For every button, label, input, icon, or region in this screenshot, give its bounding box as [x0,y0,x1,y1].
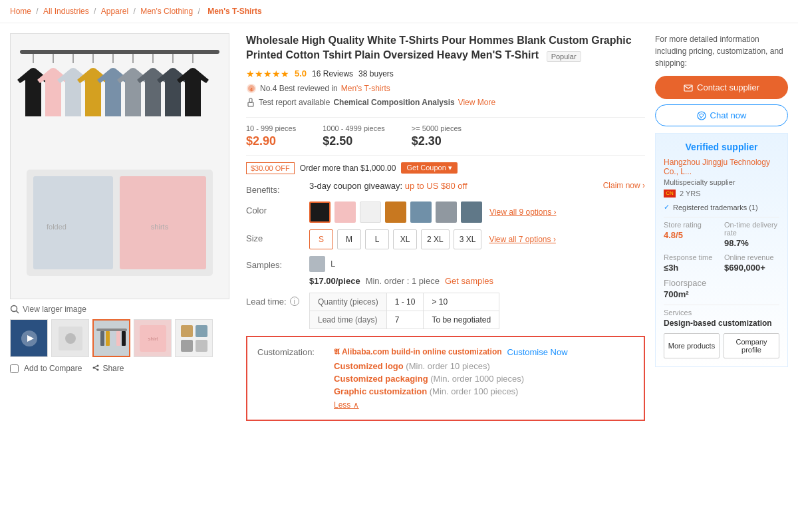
custom-item-logo: Customized logo (Min. order 10 pieces) [334,361,634,371]
color-swatch-black[interactable] [309,201,331,223]
size-btn-l[interactable]: L [365,229,389,249]
svg-line-16 [17,311,19,314]
svg-point-33 [97,369,99,371]
sample-price: $17.00/piece [309,276,360,286]
share-link[interactable]: Share [92,364,124,373]
contact-supplier-button[interactable]: Contact supplier [655,76,788,99]
stat-floorspace: Floorspace 700m² [664,278,779,299]
category-link[interactable]: Men's T-shirts [341,84,390,93]
customise-now-link[interactable]: Customise Now [507,347,568,357]
supplier-buttons: More products Company profile [664,333,779,358]
popular-badge: Popular [547,51,581,62]
thumbnail-3[interactable] [92,319,130,357]
claim-now-link[interactable]: Claim now › [603,181,645,190]
alibaba-logo-small: 𝕬 Alibaba.com build-in online customizat… [334,347,502,356]
lead-time-days-1: 7 [386,311,424,329]
alibaba-custom-row: 𝕬 Alibaba.com build-in online customizat… [334,347,634,357]
thumbnail-4[interactable]: shirt [134,319,172,357]
svg-rect-25 [116,331,120,346]
product-title-row: Wholesale High Quality White T-Shirts Po… [246,33,645,63]
chat-icon [697,111,706,120]
svg-rect-23 [106,331,110,346]
breadcrumb-home[interactable]: Home [10,7,31,16]
divider-2 [664,305,779,305]
supplier-name[interactable]: Hangzhou Jinggju Technology Co., L... [664,158,779,176]
thumbnail-5[interactable] [175,319,213,357]
color-swatch-steelblue[interactable] [410,201,432,223]
main-product-image: folded shirts [10,33,229,299]
color-swatch-gray[interactable] [436,201,457,223]
size-btn-s[interactable]: S [309,229,333,249]
star-rating: ★★★★★ [246,68,289,79]
get-coupon-button[interactable]: Get Coupon ▾ [401,162,457,174]
less-link[interactable]: Less ∧ [334,400,634,410]
chat-now-button[interactable]: Chat now [655,104,788,126]
view-more-link[interactable]: View More [458,98,495,107]
verified-supplier-title: Verified supplier [664,142,779,152]
lead-time-days-label: Lead time (days) [310,311,387,329]
middle-column: Wholesale High Quality White T-Shirts Po… [246,33,645,421]
get-samples-link[interactable]: Get samples [445,276,493,286]
company-profile-button[interactable]: Company profile [724,333,779,358]
size-btn-xl[interactable]: XL [393,229,417,249]
price-tier-3: >= 5000 pieces $2.30 [412,124,462,148]
left-column: folded shirts View larger image [10,33,236,421]
lead-time-data-row: Lead time (days) 7 To be negotiated [310,311,499,329]
lead-time-info-icon[interactable]: i [290,297,299,306]
right-column: For more detailed information including … [655,33,788,421]
price-range-3: >= 5000 pieces [412,124,462,132]
breadcrumb-apparel[interactable]: Apparel [101,7,128,16]
lead-time-qty-header: Quantity (pieces) [310,293,387,311]
svg-text:shirts: shirts [151,223,169,231]
color-swatch-pink[interactable] [334,201,356,223]
benefits-highlight: up to US $80 off [405,181,467,191]
svg-rect-26 [122,331,126,346]
size-label: Size [246,229,299,243]
color-swatch-slate[interactable] [461,201,482,223]
tshirts-thumb-icon [95,322,128,355]
stat-revenue-label: Online revenue [724,253,779,261]
thumbnail-video[interactable] [10,319,48,357]
share-text: Share [102,364,124,373]
min-order-text: Min. order : 1 piece [366,276,440,286]
medal-icon: 4 [246,83,257,94]
more-info-text: For more detailed information including … [655,33,788,69]
stat-response-time: Response time ≤3h [664,253,719,273]
test-report-text: Test report available [259,98,330,107]
stat-ontime-delivery: On-time delivery rate 98.7% [724,221,779,248]
compare-share-row: Add to Compare Share [10,364,236,373]
svg-point-35 [97,365,99,367]
color-swatch-white[interactable] [360,201,381,223]
size-btn-3xl[interactable]: 3 XL [454,229,482,249]
breadcrumb-mens-clothing[interactable]: Men's Clothing [140,7,193,16]
compare-checkbox[interactable] [10,364,19,373]
svg-rect-30 [196,325,207,337]
compare-text: Add to Compare [24,364,82,373]
size-btn-2xl[interactable]: 2 XL [421,229,450,249]
view-larger-link[interactable]: View larger image [10,305,236,314]
sample-color-swatch [309,256,325,272]
lead-time-text: Lead time: [246,297,287,307]
custom-graphic-label: Graphic customization [334,386,427,396]
cn-flag: CN [664,190,676,198]
view-all-colors-link[interactable]: View all 9 options › [489,207,557,217]
supplier-type: Multispecialty supplier [664,178,779,186]
rating-value: 5.0 [295,68,307,78]
best-reviewed-text: No.4 Best reviewed in [260,84,338,93]
view-all-sizes-link[interactable]: View all 7 options › [489,235,556,244]
breadcrumb-all-industries[interactable]: All Industries [43,7,89,16]
color-swatch-orange[interactable] [385,201,406,223]
lead-time-label: Lead time: i [246,293,299,307]
contact-supplier-label: Contact supplier [697,82,759,92]
reviews-count[interactable]: 16 Reviews [312,69,353,78]
samples-content: L $17.00/piece Min. order : 1 piece Get … [309,256,645,286]
size-btn-m[interactable]: M [337,229,361,249]
sample-size: L [331,259,335,269]
breadcrumb-current: Men's T-Shirts [207,7,262,16]
samples-label: Samples: [246,256,299,270]
more-products-button[interactable]: More products [664,333,720,358]
add-to-compare-label[interactable]: Add to Compare [10,364,82,373]
thumbnail-2[interactable] [51,319,89,357]
coupon-bar: $30.00 OFF Order more than $1,000.00 Get… [246,162,645,174]
samples-row: Samples: L $17.00/piece Min. order : 1 p… [246,256,645,286]
